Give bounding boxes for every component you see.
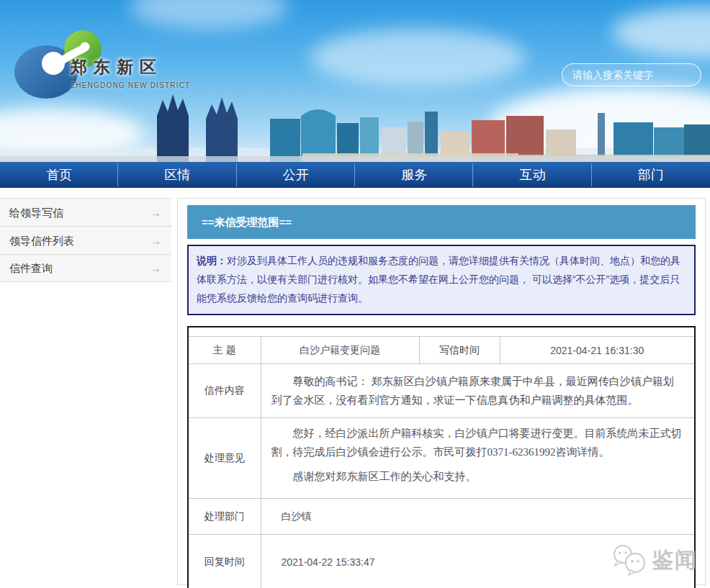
site-logo-link[interactable]: 郑东新区 ZHENGDONG NEW DISTRICT (9, 27, 174, 99)
notice-box: 说明：对涉及到具体工作人员的违规和服务态度的问题，请您详细提供有关情况（具体时间… (187, 245, 696, 315)
search-box[interactable] (562, 63, 701, 86)
chat-bubbles-icon (611, 544, 649, 576)
table-row-department: 处理部门 白沙镇 (189, 499, 694, 535)
table-row-content: 信件内容 尊敬的高书记： 郑东新区白沙镇户籍原来隶属于中牟县，最近网传白沙镇户籍… (189, 364, 694, 418)
subject-label: 主 题 (189, 337, 261, 364)
main-nav: 首页 区情 公开 服务 互动 部门 (0, 162, 710, 188)
subject-value: 白沙户籍变更问题 (261, 337, 419, 364)
arrow-right-icon: → (150, 199, 161, 227)
content-label: 信件内容 (189, 364, 261, 418)
arrow-right-icon: → (150, 227, 161, 255)
table-row-opinion: 处理意见 您好，经白沙派出所户籍科核实，白沙镇户口将要进行变更。目前系统尚未正式… (189, 418, 694, 499)
nav-item-depts[interactable]: 部门 (592, 162, 710, 188)
reply-time-label: 回复时间 (189, 535, 261, 588)
content-panel: ==来信受理范围== 说明：对涉及到具体工作人员的违规和服务态度的问题，请您详细… (177, 198, 706, 585)
cloud-decor (612, 7, 710, 58)
notice-label: 说明： (197, 255, 227, 266)
letter-content-text: 尊敬的高书记： 郑东新区白沙镇户籍原来隶属于中牟县，最近网传白沙镇户籍划到了金水… (271, 372, 685, 410)
city-skyline-image (0, 90, 710, 162)
nav-item-home[interactable]: 首页 (0, 162, 118, 188)
site-subtitle: ZHENGDONG NEW DISTRICT (71, 81, 190, 89)
sidebar-item-label: 给领导写信 (9, 199, 63, 227)
page: 郑东新区 ZHENGDONG NEW DISTRICT 首页 区情 公开 服务 … (0, 0, 710, 588)
section-title: ==来信受理范围== (187, 205, 696, 239)
sidebar-item-write-letter[interactable]: 给领导写信 → (0, 198, 171, 226)
opinion-label: 处理意见 (189, 418, 261, 499)
sidebar-item-label: 领导信件列表 (9, 227, 74, 255)
logo-text-block: 郑东新区 ZHENGDONG NEW DISTRICT (71, 56, 190, 89)
cloud-decor (130, 0, 288, 29)
nav-item-interact[interactable]: 互动 (473, 162, 591, 188)
sidebar-menu: 给领导写信 → 领导信件列表 → 信件查询 → (0, 198, 171, 282)
nav-item-district[interactable]: 区情 (118, 162, 236, 188)
nav-item-service[interactable]: 服务 (355, 162, 473, 188)
search-input[interactable] (572, 69, 703, 81)
sidebar-item-letter-query[interactable]: 信件查询 → (0, 254, 171, 282)
banner-image: 郑东新区 ZHENGDONG NEW DISTRICT (0, 0, 710, 162)
nav-item-public[interactable]: 公开 (237, 162, 355, 188)
opinion-paragraph-2: 感谢您对郑东新区工作的关心和支持。 (271, 467, 685, 486)
write-time-label: 写信时间 (419, 337, 500, 364)
site-title: 郑东新区 (71, 56, 190, 78)
sidebar-item-label: 信件查询 (9, 254, 53, 282)
arrow-right-icon: → (150, 254, 161, 282)
sidebar-item-letter-list[interactable]: 领导信件列表 → (0, 226, 171, 254)
department-label: 处理部门 (189, 499, 261, 535)
watermark: 鉴闻 (611, 544, 698, 576)
table-row-subject: 主 题 白沙户籍变更问题 写信时间 2021-04-21 16:31:30 (189, 337, 694, 364)
cloud-decor (310, 29, 526, 86)
department-value: 白沙镇 (261, 499, 694, 535)
watermark-text: 鉴闻 (652, 546, 698, 575)
opinion-paragraph-1: 您好，经白沙派出所户籍科核实，白沙镇户口将要进行变更。目前系统尚未正式切割，待完… (271, 424, 685, 461)
write-time-value: 2021-04-21 16:31:30 (500, 337, 694, 364)
notice-text: 对涉及到具体工作人员的违规和服务态度的问题，请您详细提供有关情况（具体时间、地点… (197, 255, 680, 304)
